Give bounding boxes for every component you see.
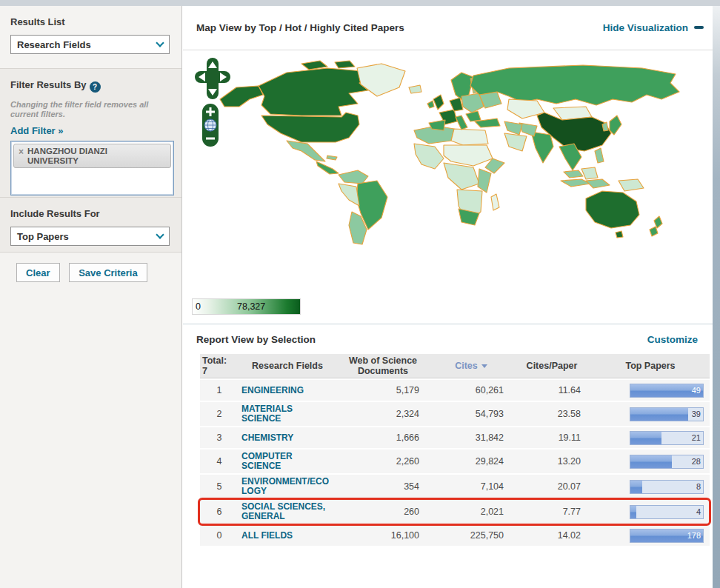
row-documents: 1,666: [336, 432, 430, 443]
page-scrollbar[interactable]: [713, 6, 720, 588]
column-header-research-fields[interactable]: Research Fields: [239, 359, 336, 372]
add-filter-link[interactable]: Add Filter »: [10, 125, 64, 136]
top-divider: [0, 0, 720, 6]
legend-min-label: 0: [196, 301, 201, 312]
row-documents: 16,100: [336, 530, 430, 541]
customize-link[interactable]: Customize: [647, 334, 698, 345]
filter-section: Filter Results By? Changing the filter f…: [0, 68, 181, 197]
top-papers-value: 4: [696, 507, 701, 516]
row-cites: 7,104: [430, 481, 513, 492]
table-row: 6 SOCIAL SCIENCES, GENERAL 260 2,021 7.7…: [200, 500, 710, 524]
filter-box[interactable]: × HANGZHOU DIANZI UNIVERSITY: [10, 141, 174, 196]
row-cites: 54,793: [430, 409, 513, 419]
research-field-link[interactable]: ALL FIELDS: [241, 531, 293, 541]
row-rank: 0: [200, 530, 239, 541]
row-cites: 31,842: [430, 432, 513, 443]
research-field-link[interactable]: ENGINEERING: [241, 386, 304, 395]
research-field-link[interactable]: MATERIALS SCIENCE: [241, 404, 332, 424]
top-papers-value: 178: [687, 531, 701, 540]
results-list-select[interactable]: Research Fields: [10, 35, 170, 54]
research-field-link[interactable]: SOCIAL SCIENCES, GENERAL: [241, 502, 332, 521]
legend-max-label: 78,327: [237, 301, 265, 312]
include-results-heading: Include Results For: [10, 208, 170, 219]
actions-section: Clear Save Criteria: [0, 252, 181, 588]
help-icon[interactable]: ?: [90, 81, 101, 93]
world-choropleth-map[interactable]: [190, 53, 713, 298]
row-documents: 260: [336, 507, 430, 517]
row-documents: 5,179: [336, 385, 430, 395]
row-cites: 29,824: [430, 456, 513, 467]
top-papers-bar-fill: [630, 506, 636, 518]
row-documents: 354: [336, 481, 430, 492]
column-header-documents[interactable]: Web of Science Documents: [336, 354, 430, 378]
row-rank: 3: [200, 432, 239, 443]
filter-tag[interactable]: × HANGZHOU DIANZI UNIVERSITY: [13, 144, 171, 168]
research-field-link[interactable]: CHEMISTRY: [241, 433, 293, 443]
top-papers-bar: 28: [630, 455, 704, 469]
report-table: Total: 7 Research Fields Web of Science …: [200, 354, 710, 546]
top-papers-bar: 4: [630, 505, 704, 519]
row-documents: 2,324: [336, 409, 430, 419]
row-cites-per-paper: 13.20: [513, 456, 591, 467]
map-pan-control[interactable]: [195, 58, 230, 99]
row-cites-per-paper: 20.07: [513, 481, 591, 492]
table-row: 5 ENVIRONMENT/ECOLOGY 354 7,104 20.07 8: [200, 475, 710, 498]
map-zoom-control[interactable]: [202, 104, 219, 147]
globe-icon: [204, 119, 216, 131]
results-list-section: Results List Research Fields: [0, 6, 181, 68]
clear-button[interactable]: Clear: [16, 263, 60, 282]
map-region-oceania: [586, 191, 662, 238]
row-cites-per-paper: 19.11: [513, 432, 591, 443]
top-papers-bar-fill: [630, 408, 688, 421]
column-header-cites[interactable]: Cites: [430, 359, 513, 372]
top-papers-bar-fill: [630, 481, 642, 493]
remove-filter-icon[interactable]: ×: [19, 147, 24, 156]
map-region-asia-north: [470, 65, 679, 120]
row-rank: 5: [200, 481, 239, 492]
filter-tag-label: HANGZHOU DIANZI UNIVERSITY: [27, 147, 139, 165]
page: Results List Research Fields Filter Resu…: [0, 0, 720, 588]
column-header-cites-per-paper[interactable]: Cites/Paper: [513, 359, 591, 372]
top-papers-bar: 39: [630, 407, 704, 421]
map-region-africa: [414, 126, 504, 225]
column-header-top-papers[interactable]: Top Papers: [591, 359, 710, 372]
total-label: Total:: [202, 355, 239, 366]
top-papers-value: 8: [696, 482, 701, 491]
filter-heading-label: Filter Results By: [10, 79, 87, 90]
row-cites-per-paper: 14.02: [513, 530, 591, 541]
row-cites-per-paper: 7.77: [513, 507, 591, 517]
total-count: 7: [202, 366, 239, 376]
map-panel-header: Map View by Top / Hot / Highly Cited Pap…: [183, 6, 713, 50]
row-cites-per-paper: 11.64: [513, 385, 591, 395]
row-rank: 2: [200, 409, 239, 419]
map-region-south-america: [339, 170, 387, 244]
column-header-total: Total: 7: [200, 355, 239, 376]
top-papers-value: 39: [692, 410, 701, 418]
table-row: 2 MATERIALS SCIENCE 2,324 54,793 23.58 3…: [200, 402, 710, 426]
map-region-asia-east: [504, 113, 644, 191]
table-body: 1 ENGINEERING 5,179 60,261 11.64 49 2 MA…: [200, 380, 710, 546]
top-papers-value: 49: [692, 386, 701, 395]
sidebar: Results List Research Fields Filter Resu…: [0, 6, 182, 588]
map-legend: 0 78,327: [192, 298, 301, 315]
filter-heading: Filter Results By?: [10, 79, 170, 93]
research-field-link[interactable]: COMPUTER SCIENCE: [241, 452, 332, 471]
top-papers-value: 28: [692, 457, 701, 466]
hide-visualization-label: Hide Visualization: [603, 22, 688, 33]
row-rank: 4: [200, 456, 239, 467]
hide-visualization-link[interactable]: Hide Visualization: [603, 22, 704, 33]
include-results-select[interactable]: Top Papers: [10, 227, 170, 246]
include-results-value: Top Papers: [17, 231, 157, 242]
map-area[interactable]: 0 78,327: [183, 50, 713, 324]
table-row: 4 COMPUTER SCIENCE 2,260 29,824 13.20 28: [200, 450, 710, 473]
row-cites: 2,021: [430, 507, 513, 517]
report-panel-header: Report View by Selection Customize: [183, 324, 713, 354]
research-field-link[interactable]: ENVIRONMENT/ECOLOGY: [241, 477, 332, 496]
save-criteria-button[interactable]: Save Criteria: [69, 263, 147, 282]
top-papers-bar: 21: [630, 431, 704, 445]
row-cites-per-paper: 23.58: [513, 409, 591, 419]
top-papers-bar: 178: [630, 529, 704, 543]
sort-desc-icon: [481, 364, 487, 368]
row-rank: 1: [200, 385, 239, 395]
cites-header-label: Cites: [455, 361, 478, 371]
